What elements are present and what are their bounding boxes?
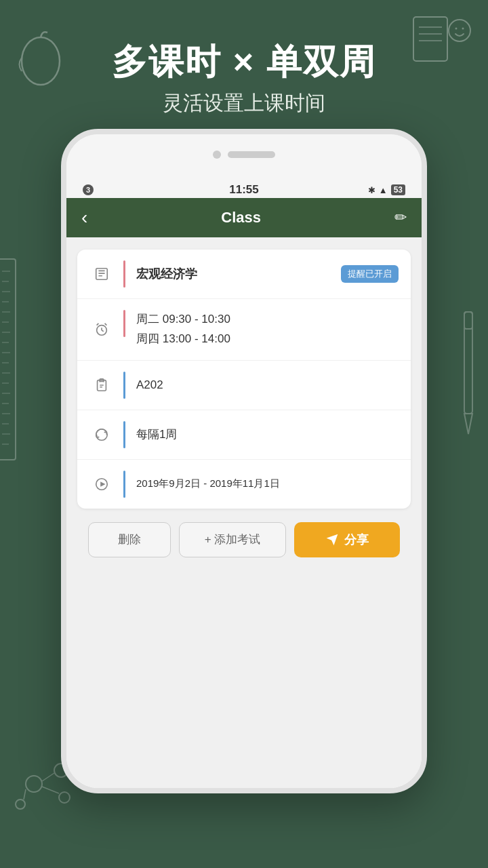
wifi-icon: ▲ [379, 185, 388, 195]
svg-line-35 [42, 787, 59, 793]
row-divider-blue-2 [123, 421, 125, 448]
edit-button[interactable]: ✏ [394, 209, 407, 226]
main-title: 多课时 × 单双周 [0, 41, 488, 83]
add-exam-button[interactable]: + 添加考试 [179, 522, 286, 557]
svg-marker-28 [464, 414, 472, 434]
delete-button[interactable]: 删除 [88, 522, 171, 557]
speaker-bar [228, 151, 275, 158]
room-content: A202 [136, 378, 399, 392]
schedule-content: 周二 09:30 - 10:30 周四 13:00 - 14:00 [136, 310, 399, 349]
status-time: 11:55 [229, 183, 258, 197]
svg-line-45 [105, 323, 107, 326]
daterange-row: 2019年9月2日 - 2019年11月1日 [77, 460, 411, 509]
schedule-line2: 周四 13:00 - 14:00 [136, 330, 399, 349]
svg-marker-54 [100, 481, 105, 486]
repeat-icon [89, 422, 114, 447]
status-bar: 3 11:55 ✱ ▲ 53 [66, 164, 422, 198]
bluetooth-icon: ✱ [368, 185, 375, 195]
svg-point-30 [26, 776, 42, 792]
svg-point-33 [16, 800, 25, 809]
repeat-row: 每隔1周 [77, 410, 411, 460]
status-right-icons: ✱ ▲ 53 [368, 184, 405, 195]
svg-rect-27 [464, 312, 472, 414]
svg-rect-29 [464, 312, 472, 329]
play-icon [89, 472, 114, 496]
info-card: 宏观经济学 提醒已开启 [77, 250, 411, 509]
schedule-line1: 周二 09:30 - 10:30 [136, 310, 399, 330]
sub-title: 灵活设置上课时间 [0, 90, 488, 117]
alarm-icon [89, 317, 114, 342]
alert-badge: 提醒已开启 [341, 265, 399, 283]
row-divider-blue-3 [123, 471, 125, 498]
header-title: Class [221, 209, 261, 226]
repeat-content: 每隔1周 [136, 427, 399, 442]
share-icon [325, 533, 339, 547]
room-row: A202 [77, 361, 411, 410]
row-divider-red-2 [123, 310, 125, 337]
row-divider-blue-1 [123, 372, 125, 399]
daterange-content: 2019年9月2日 - 2019年11月1日 [136, 477, 399, 490]
svg-line-43 [102, 330, 104, 332]
course-name: 宏观经济学 [136, 266, 341, 282]
battery-level: 53 [391, 184, 405, 195]
bottom-buttons: 删除 + 添加考试 分享 [77, 522, 411, 557]
schedule-row: 周二 09:30 - 10:30 周四 13:00 - 14:00 [77, 299, 411, 361]
status-left: 3 [83, 184, 94, 195]
book-icon [89, 262, 114, 286]
svg-point-32 [59, 792, 70, 803]
phone-content: 宏观经济学 提醒已开启 [66, 237, 422, 788]
svg-line-36 [24, 789, 26, 800]
share-button[interactable]: 分享 [294, 522, 400, 557]
svg-rect-8 [0, 259, 16, 460]
row-divider-red-1 [123, 260, 125, 288]
clipboard-icon [89, 373, 114, 397]
back-button[interactable]: ‹ [81, 207, 87, 229]
svg-line-44 [97, 323, 99, 326]
speaker-dot [213, 151, 221, 159]
course-name-row: 宏观经济学 提醒已开启 [77, 250, 411, 299]
phone-mockup: 3 11:55 ✱ ▲ 53 ‹ Class ✏ [61, 129, 427, 793]
app-header: ‹ Class ✏ [66, 198, 422, 237]
share-label: 分享 [344, 532, 369, 548]
svg-rect-37 [96, 269, 108, 280]
svg-line-34 [42, 773, 54, 781]
